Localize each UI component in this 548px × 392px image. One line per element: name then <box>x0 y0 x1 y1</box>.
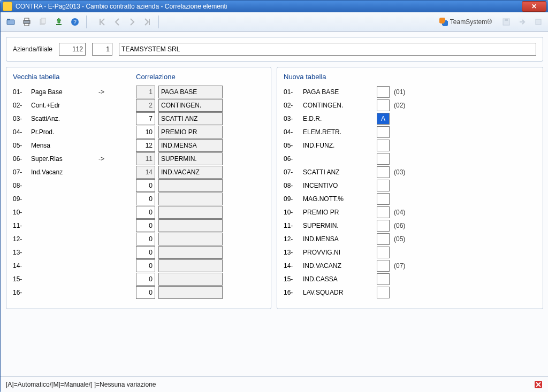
old-desc: Super.Rias <box>31 155 95 163</box>
app-icon <box>3 2 12 11</box>
mode-box-input[interactable] <box>377 233 390 245</box>
correlation-text-input[interactable] <box>158 259 223 272</box>
new-desc: IND.FUNZ. <box>303 142 372 149</box>
toolbar: ? TeamSystem® <box>1 12 548 32</box>
mode-box-input[interactable] <box>377 113 390 125</box>
mode-box-input[interactable] <box>377 247 390 258</box>
mode-box-input[interactable] <box>377 273 390 285</box>
toolbar-separator <box>86 16 87 28</box>
row-index: 05- <box>284 142 299 149</box>
correlation-text-input[interactable] <box>158 246 223 259</box>
correlation-text-input[interactable] <box>158 112 223 125</box>
new-ref: (04) <box>394 209 405 216</box>
correlation-text-input[interactable] <box>158 99 223 112</box>
right-panel: Nuova tabella 01-PAGA BASE(01)02-CONTING… <box>277 67 543 309</box>
branch-code-input[interactable] <box>92 43 112 56</box>
correlation-number-input[interactable] <box>136 259 155 272</box>
correlation-text-input[interactable] <box>158 179 223 192</box>
correlation-text-input[interactable] <box>158 219 223 232</box>
stop-button[interactable] <box>531 15 545 29</box>
svg-rect-1 <box>7 19 10 20</box>
new-desc: IND.VACANZ <box>303 262 372 270</box>
old-table-column: Vecchia tabella 01-Paga Base->02-Cont.+E… <box>13 73 136 299</box>
copy-button[interactable] <box>36 15 50 29</box>
svg-rect-6 <box>41 18 45 24</box>
correlation-text-input[interactable] <box>158 86 223 98</box>
mode-box-input[interactable] <box>377 193 390 205</box>
row-index: 13- <box>13 249 28 256</box>
correlation-number-input[interactable] <box>136 166 155 179</box>
company-name-input[interactable] <box>119 43 536 56</box>
correlation-text-input[interactable] <box>158 126 223 139</box>
svg-rect-0 <box>7 20 14 25</box>
correlation-number-input[interactable] <box>136 112 155 125</box>
new-table-row: 14-IND.VACANZ(07) <box>284 259 536 272</box>
save-button[interactable] <box>499 15 513 29</box>
content-area: Azienda/filiale Vecchia tabella 01-Paga … <box>1 32 548 376</box>
mode-box-input[interactable] <box>377 99 390 111</box>
correlation-text-input[interactable] <box>158 152 223 165</box>
mode-box-input[interactable] <box>377 180 390 191</box>
correlation-number-input[interactable] <box>136 273 155 286</box>
row-index: 02- <box>13 102 28 109</box>
correlation-text-input[interactable] <box>158 286 223 299</box>
correlation-row <box>136 205 264 219</box>
mode-box-input[interactable] <box>377 166 390 178</box>
mode-box-input[interactable] <box>377 140 390 151</box>
close-button[interactable]: ✕ <box>522 1 546 12</box>
correlation-text-input[interactable] <box>158 273 223 286</box>
correlation-number-input[interactable] <box>136 126 155 139</box>
correlation-number-input[interactable] <box>136 86 155 98</box>
print-button[interactable] <box>20 15 34 29</box>
statusbar: [A]=Automatico/[M]=Manuale/[ ]=Nessuna v… <box>1 376 548 392</box>
svg-rect-12 <box>536 19 541 25</box>
row-index: 15- <box>284 275 299 283</box>
row-index: 08- <box>284 182 299 189</box>
mode-box-input[interactable] <box>377 220 390 232</box>
export-button[interactable] <box>52 15 66 29</box>
nav-first-button[interactable] <box>95 15 109 29</box>
row-index: 06- <box>284 155 299 163</box>
status-close-button[interactable] <box>534 380 543 389</box>
correlation-number-input[interactable] <box>136 206 155 219</box>
correlation-number-input[interactable] <box>136 99 155 112</box>
help-button[interactable]: ? <box>68 15 82 29</box>
nav-last-button[interactable] <box>140 15 154 29</box>
row-index: 04- <box>284 128 299 136</box>
company-code-input[interactable] <box>59 43 86 56</box>
new-desc: LAV.SQUADR <box>303 289 372 296</box>
correlation-number-input[interactable] <box>136 219 155 232</box>
correlation-text-input[interactable] <box>158 193 223 205</box>
open-button[interactable] <box>4 15 18 29</box>
nav-prev-button[interactable] <box>110 15 124 29</box>
correlation-number-input[interactable] <box>136 139 155 152</box>
mode-box-input[interactable] <box>377 260 390 272</box>
mode-box-input[interactable] <box>377 206 390 218</box>
correlation-number-input[interactable] <box>136 193 155 205</box>
old-table-row: 09- <box>13 192 136 205</box>
correlation-number-input[interactable] <box>136 233 155 245</box>
mode-box-input[interactable] <box>377 287 390 298</box>
correlation-number-input[interactable] <box>136 152 155 165</box>
row-index: 10- <box>284 209 299 216</box>
correlation-text-input[interactable] <box>158 139 223 152</box>
correlation-number-input[interactable] <box>136 246 155 259</box>
correlation-text-input[interactable] <box>158 206 223 219</box>
new-table-row: 07-SCATTI ANZ(03) <box>284 165 536 179</box>
nav-next-button[interactable] <box>125 15 139 29</box>
row-index: 08- <box>13 182 28 189</box>
correlation-number-input[interactable] <box>136 286 155 299</box>
forward-button[interactable] <box>515 15 529 29</box>
row-index: 14- <box>284 262 299 270</box>
mode-box-input[interactable] <box>377 86 390 98</box>
new-desc: IND.MENSA <box>303 235 372 243</box>
mode-box-input[interactable] <box>377 126 390 138</box>
old-desc: Pr.Prod. <box>31 128 95 136</box>
correlation-text-input[interactable] <box>158 166 223 179</box>
old-table-row: 06-Super.Rias-> <box>13 152 136 165</box>
correlation-text-input[interactable] <box>158 233 223 245</box>
mode-box-input[interactable] <box>377 153 390 165</box>
new-desc: IND.CASSA <box>303 275 372 283</box>
correlation-number-input[interactable] <box>136 179 155 192</box>
close-icon: ✕ <box>531 3 537 10</box>
